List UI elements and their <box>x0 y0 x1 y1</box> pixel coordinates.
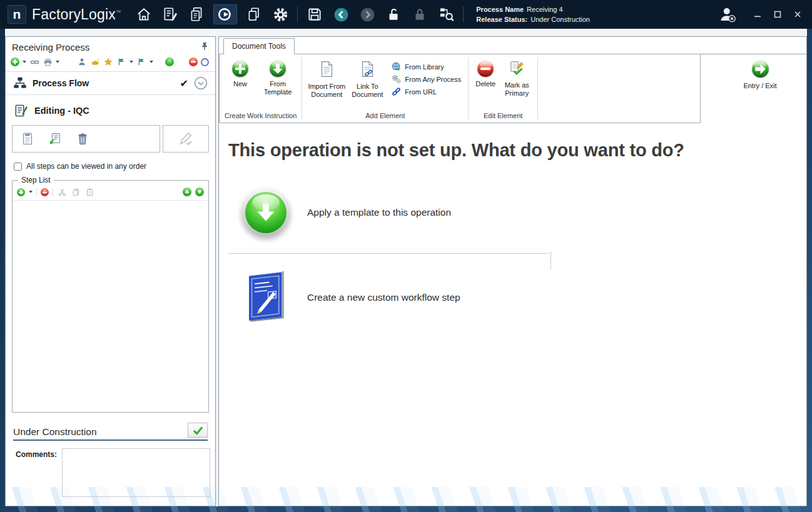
move-step-down-icon[interactable] <box>195 188 204 196</box>
home-icon[interactable] <box>134 4 153 24</box>
lock-disabled-icon[interactable] <box>410 4 429 24</box>
move-step-up-icon[interactable] <box>183 188 191 196</box>
release-icon[interactable] <box>165 58 174 66</box>
teal-flag-dropdown-icon[interactable] <box>150 61 153 63</box>
apply-template-icon[interactable] <box>241 188 290 237</box>
status-ring-icon[interactable] <box>201 58 209 66</box>
app-logo-letter: n <box>13 7 21 22</box>
green-flag-dropdown-icon[interactable] <box>129 61 133 63</box>
maximize-button[interactable] <box>773 10 782 19</box>
comments-section: Comments: <box>6 441 215 506</box>
import-document-icon <box>320 61 334 79</box>
url-chain-icon <box>392 87 401 96</box>
group-label-edit: Edit Element <box>469 111 537 123</box>
step-list-empty-area[interactable] <box>13 201 208 412</box>
pin-icon[interactable] <box>200 42 209 53</box>
process-gears-icon <box>392 74 401 84</box>
favorite-star-icon[interactable] <box>103 57 113 67</box>
print-icon[interactable] <box>43 57 53 67</box>
operation-setup-canvas: This operation is not set up. What do yo… <box>219 124 806 506</box>
group-separator <box>537 58 538 119</box>
process-search-icon[interactable] <box>437 4 455 24</box>
green-flag-icon[interactable] <box>116 57 126 67</box>
create-workflow-option[interactable]: Create a new custom workflow step <box>241 269 806 326</box>
toolbar-separator <box>297 6 298 23</box>
any-order-checkbox[interactable] <box>14 163 22 171</box>
app-logo: n <box>8 5 26 24</box>
copy-icon[interactable] <box>71 187 81 197</box>
group-add-element: Import From Document Link To Document <box>302 54 468 123</box>
group-create-work-instruction: New From Template Create Work Instructio… <box>220 54 302 123</box>
any-order-row: All steps can be viewed in any order <box>6 159 215 176</box>
from-url-button[interactable]: From URL <box>392 87 461 96</box>
from-library-button[interactable]: From Library <box>392 62 461 71</box>
teal-flag-icon[interactable] <box>136 57 146 67</box>
cut-icon[interactable] <box>57 187 67 197</box>
work-instructions-icon[interactable] <box>161 4 180 24</box>
link-icon[interactable] <box>29 57 39 67</box>
copy-pages-icon[interactable] <box>245 4 263 24</box>
ribbon-tab-row: Document Tools <box>219 37 806 54</box>
from-template-button[interactable]: From Template <box>258 59 298 96</box>
back-icon[interactable] <box>332 4 350 24</box>
add-operation-dropdown-icon[interactable] <box>23 61 26 63</box>
any-order-label: All steps can be viewed in any order <box>26 162 146 171</box>
editing-document-icon <box>13 103 28 118</box>
save-icon[interactable] <box>305 4 324 24</box>
add-element-stack: From Library From Any Process <box>387 59 465 96</box>
group-edit-element: Delete Mark as Primary Edit Element <box>469 54 537 123</box>
new-button[interactable]: New <box>223 59 258 88</box>
options-divider <box>228 253 549 254</box>
tab-document-tools[interactable]: Document Tools <box>223 38 295 54</box>
approve-status-button[interactable] <box>188 423 208 438</box>
process-info: Process NameReceiving 4 Release Status:U… <box>476 4 590 25</box>
settings-gear-icon[interactable] <box>271 4 290 24</box>
create-workflow-label: Create a new custom workflow step <box>307 292 460 303</box>
titlebar-right <box>714 4 804 24</box>
new-plus-icon <box>232 61 248 77</box>
apply-template-option[interactable]: Apply a template to this operation <box>241 188 806 237</box>
import-from-document-button[interactable]: Import From Document <box>305 59 348 99</box>
editing-label: Editing - IQC <box>34 106 89 116</box>
add-step-icon[interactable] <box>17 188 25 196</box>
print-dropdown-icon[interactable] <box>56 61 59 63</box>
entry-exit-button[interactable]: Entry / Exit <box>729 61 791 89</box>
editing-row: Editing - IQC <box>6 95 215 124</box>
close-button[interactable] <box>793 10 802 19</box>
report-button[interactable] <box>14 127 41 151</box>
mark-primary-icon <box>509 61 525 78</box>
create-workflow-blueprint-icon[interactable] <box>243 269 288 326</box>
process-flow-row[interactable]: Process Flow ✔ <box>6 72 215 94</box>
import-template-button[interactable] <box>41 127 69 151</box>
user-icon[interactable] <box>718 4 737 24</box>
edit-check-disabled-icon[interactable] <box>172 127 200 151</box>
document-panel: Document Tools New <box>218 36 807 506</box>
library-globe-icon <box>392 62 401 71</box>
documents-icon[interactable] <box>187 4 206 24</box>
check-icon[interactable]: ✔ <box>180 78 188 89</box>
release-status-value: Under Construction <box>530 16 590 23</box>
add-step-dropdown-icon[interactable] <box>29 191 33 193</box>
delete-element-button[interactable]: Delete <box>472 59 499 88</box>
add-operation-icon[interactable] <box>11 58 19 66</box>
process-flow-icon <box>13 76 27 90</box>
operation-buttons-box <box>12 125 160 153</box>
remove-step-icon[interactable] <box>41 188 49 196</box>
assign-user-icon[interactable] <box>77 57 87 67</box>
sidebar-toolbar <box>6 55 215 71</box>
collapse-circle-icon[interactable] <box>194 76 208 90</box>
unlock-icon[interactable] <box>384 4 403 24</box>
entry-exit-arrow-icon <box>752 61 769 78</box>
minimize-button[interactable] <box>753 10 762 19</box>
comments-textarea[interactable] <box>62 448 210 497</box>
process-navigator-icon-active[interactable] <box>213 4 237 24</box>
wizard-lamp-icon[interactable] <box>90 57 100 67</box>
from-any-process-button[interactable]: From Any Process <box>392 74 461 84</box>
delete-operation-button[interactable] <box>69 127 96 151</box>
paste-icon[interactable] <box>84 187 94 197</box>
remove-icon[interactable] <box>189 58 198 66</box>
mark-as-primary-button[interactable]: Mark as Primary <box>499 59 534 98</box>
forward-icon[interactable] <box>358 4 377 24</box>
app-title: FactoryLogix™ <box>32 6 121 23</box>
link-to-document-button[interactable]: Link To Document <box>348 59 387 99</box>
